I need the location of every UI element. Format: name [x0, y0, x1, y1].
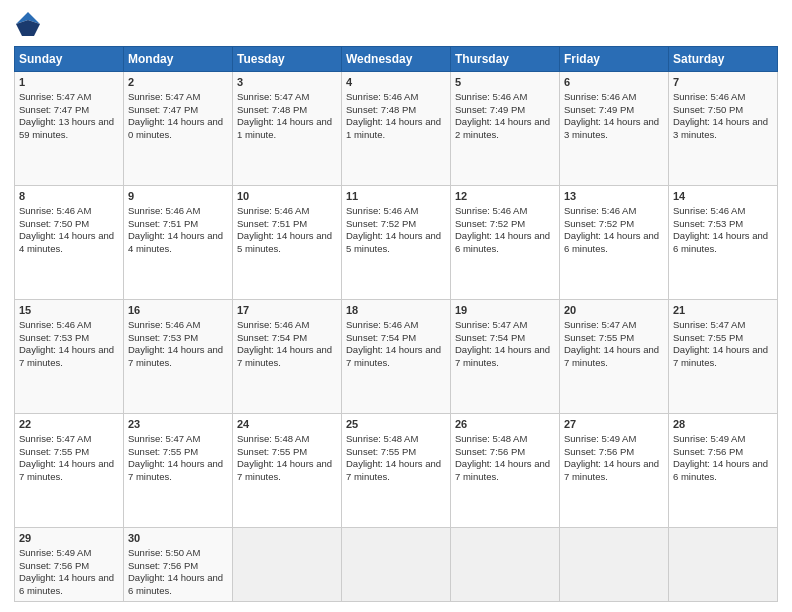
calendar-header-row: Sunday Monday Tuesday Wednesday Thursday… — [15, 47, 778, 72]
day-number: 2 — [128, 75, 228, 90]
table-row: 17Sunrise: 5:46 AMSunset: 7:54 PMDayligh… — [233, 299, 342, 413]
day-number: 14 — [673, 189, 773, 204]
table-row: 26Sunrise: 5:48 AMSunset: 7:56 PMDayligh… — [451, 413, 560, 527]
table-row — [560, 527, 669, 601]
calendar-table: Sunday Monday Tuesday Wednesday Thursday… — [14, 46, 778, 602]
day-number: 12 — [455, 189, 555, 204]
table-row: 15Sunrise: 5:46 AMSunset: 7:53 PMDayligh… — [15, 299, 124, 413]
table-row: 18Sunrise: 5:46 AMSunset: 7:54 PMDayligh… — [342, 299, 451, 413]
col-sunday: Sunday — [15, 47, 124, 72]
day-number: 25 — [346, 417, 446, 432]
table-row: 5Sunrise: 5:46 AMSunset: 7:49 PMDaylight… — [451, 72, 560, 186]
table-row — [342, 527, 451, 601]
calendar-week-4: 22Sunrise: 5:47 AMSunset: 7:55 PMDayligh… — [15, 413, 778, 527]
table-row: 28Sunrise: 5:49 AMSunset: 7:56 PMDayligh… — [669, 413, 778, 527]
table-row: 10Sunrise: 5:46 AMSunset: 7:51 PMDayligh… — [233, 185, 342, 299]
col-thursday: Thursday — [451, 47, 560, 72]
day-number: 19 — [455, 303, 555, 318]
day-number: 24 — [237, 417, 337, 432]
day-number: 6 — [564, 75, 664, 90]
table-row: 6Sunrise: 5:46 AMSunset: 7:49 PMDaylight… — [560, 72, 669, 186]
day-number: 1 — [19, 75, 119, 90]
day-number: 10 — [237, 189, 337, 204]
col-friday: Friday — [560, 47, 669, 72]
day-number: 23 — [128, 417, 228, 432]
day-number: 28 — [673, 417, 773, 432]
day-number: 8 — [19, 189, 119, 204]
table-row: 3Sunrise: 5:47 AMSunset: 7:48 PMDaylight… — [233, 72, 342, 186]
table-row: 4Sunrise: 5:46 AMSunset: 7:48 PMDaylight… — [342, 72, 451, 186]
day-number: 15 — [19, 303, 119, 318]
day-number: 7 — [673, 75, 773, 90]
calendar-week-3: 15Sunrise: 5:46 AMSunset: 7:53 PMDayligh… — [15, 299, 778, 413]
table-row: 30Sunrise: 5:50 AMSunset: 7:56 PMDayligh… — [124, 527, 233, 601]
table-row: 13Sunrise: 5:46 AMSunset: 7:52 PMDayligh… — [560, 185, 669, 299]
day-number: 5 — [455, 75, 555, 90]
table-row — [669, 527, 778, 601]
day-number: 17 — [237, 303, 337, 318]
day-number: 11 — [346, 189, 446, 204]
logo-icon — [14, 10, 42, 38]
day-number: 21 — [673, 303, 773, 318]
col-wednesday: Wednesday — [342, 47, 451, 72]
col-saturday: Saturday — [669, 47, 778, 72]
table-row: 19Sunrise: 5:47 AMSunset: 7:54 PMDayligh… — [451, 299, 560, 413]
table-row: 1Sunrise: 5:47 AMSunset: 7:47 PMDaylight… — [15, 72, 124, 186]
day-number: 13 — [564, 189, 664, 204]
logo — [14, 10, 46, 38]
table-row: 21Sunrise: 5:47 AMSunset: 7:55 PMDayligh… — [669, 299, 778, 413]
col-monday: Monday — [124, 47, 233, 72]
day-number: 29 — [19, 531, 119, 546]
table-row: 8Sunrise: 5:46 AMSunset: 7:50 PMDaylight… — [15, 185, 124, 299]
col-tuesday: Tuesday — [233, 47, 342, 72]
day-number: 26 — [455, 417, 555, 432]
header — [14, 10, 778, 38]
day-number: 16 — [128, 303, 228, 318]
calendar-week-2: 8Sunrise: 5:46 AMSunset: 7:50 PMDaylight… — [15, 185, 778, 299]
table-row: 22Sunrise: 5:47 AMSunset: 7:55 PMDayligh… — [15, 413, 124, 527]
page: Sunday Monday Tuesday Wednesday Thursday… — [0, 0, 792, 612]
day-number: 9 — [128, 189, 228, 204]
table-row: 20Sunrise: 5:47 AMSunset: 7:55 PMDayligh… — [560, 299, 669, 413]
day-number: 20 — [564, 303, 664, 318]
calendar-week-1: 1Sunrise: 5:47 AMSunset: 7:47 PMDaylight… — [15, 72, 778, 186]
day-number: 30 — [128, 531, 228, 546]
table-row: 29Sunrise: 5:49 AMSunset: 7:56 PMDayligh… — [15, 527, 124, 601]
table-row: 7Sunrise: 5:46 AMSunset: 7:50 PMDaylight… — [669, 72, 778, 186]
table-row: 27Sunrise: 5:49 AMSunset: 7:56 PMDayligh… — [560, 413, 669, 527]
table-row: 16Sunrise: 5:46 AMSunset: 7:53 PMDayligh… — [124, 299, 233, 413]
day-number: 18 — [346, 303, 446, 318]
day-number: 22 — [19, 417, 119, 432]
table-row — [451, 527, 560, 601]
table-row: 25Sunrise: 5:48 AMSunset: 7:55 PMDayligh… — [342, 413, 451, 527]
table-row — [233, 527, 342, 601]
day-number: 4 — [346, 75, 446, 90]
table-row: 9Sunrise: 5:46 AMSunset: 7:51 PMDaylight… — [124, 185, 233, 299]
day-number: 3 — [237, 75, 337, 90]
table-row: 14Sunrise: 5:46 AMSunset: 7:53 PMDayligh… — [669, 185, 778, 299]
table-row: 24Sunrise: 5:48 AMSunset: 7:55 PMDayligh… — [233, 413, 342, 527]
calendar-week-5: 29Sunrise: 5:49 AMSunset: 7:56 PMDayligh… — [15, 527, 778, 601]
table-row: 11Sunrise: 5:46 AMSunset: 7:52 PMDayligh… — [342, 185, 451, 299]
table-row: 2Sunrise: 5:47 AMSunset: 7:47 PMDaylight… — [124, 72, 233, 186]
day-number: 27 — [564, 417, 664, 432]
table-row: 23Sunrise: 5:47 AMSunset: 7:55 PMDayligh… — [124, 413, 233, 527]
table-row: 12Sunrise: 5:46 AMSunset: 7:52 PMDayligh… — [451, 185, 560, 299]
